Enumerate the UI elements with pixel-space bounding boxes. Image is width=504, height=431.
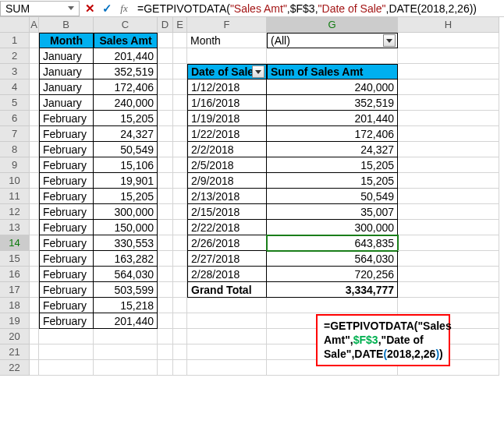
filter-value[interactable]: (All) [267, 33, 398, 48]
cell[interactable] [173, 329, 187, 344]
cell[interactable] [173, 235, 187, 251]
cell[interactable] [158, 79, 173, 95]
cell[interactable] [173, 267, 187, 282]
row-num[interactable]: 6 [0, 111, 30, 126]
pivot-header-date[interactable]: Date of Sale [187, 64, 267, 79]
cell-month[interactable]: February [39, 251, 94, 267]
row-num[interactable]: 14 [0, 235, 30, 251]
cell[interactable] [158, 329, 173, 344]
cell[interactable] [94, 344, 158, 360]
row-num[interactable]: 1 [0, 33, 30, 48]
row-num[interactable]: 8 [0, 142, 30, 157]
cell[interactable] [30, 173, 39, 189]
row-num[interactable]: 20 [0, 329, 30, 344]
cell[interactable] [30, 360, 39, 376]
pivot-date[interactable]: 2/2/2018 [187, 142, 267, 157]
cell[interactable] [173, 173, 187, 189]
pivot-sum[interactable]: 15,205 [267, 157, 398, 173]
pivot-date[interactable]: 2/22/2018 [187, 220, 267, 235]
cell[interactable] [30, 48, 39, 64]
cell[interactable] [30, 111, 39, 126]
cell[interactable] [39, 329, 94, 344]
col-A[interactable]: A [30, 17, 39, 33]
pivot-sum[interactable]: 240,000 [267, 79, 398, 95]
row-num[interactable]: 4 [0, 79, 30, 95]
cell[interactable] [173, 251, 187, 267]
cell-month[interactable]: January [39, 95, 94, 111]
cell[interactable] [173, 111, 187, 126]
cell-month[interactable]: February [39, 235, 94, 251]
cell[interactable] [158, 189, 173, 204]
cell-month[interactable]: February [39, 267, 94, 282]
cancel-button[interactable]: ✕ [81, 1, 98, 16]
cell[interactable] [158, 360, 173, 376]
cell[interactable] [158, 157, 173, 173]
pivot-sum[interactable]: 172,406 [267, 126, 398, 142]
cell[interactable] [173, 64, 187, 79]
fx-button[interactable]: fx [115, 1, 133, 16]
cell[interactable] [158, 220, 173, 235]
row-num[interactable]: 5 [0, 95, 30, 111]
row-num[interactable]: 13 [0, 220, 30, 235]
pivot-date[interactable]: 2/27/2018 [187, 251, 267, 267]
cell-salesamt[interactable]: 15,205 [94, 111, 158, 126]
cell[interactable] [398, 282, 499, 298]
cell[interactable] [173, 344, 187, 360]
cell[interactable] [30, 282, 39, 298]
cell-month[interactable]: February [39, 282, 94, 298]
cell[interactable] [30, 344, 39, 360]
pivot-date[interactable]: 2/5/2018 [187, 157, 267, 173]
cell[interactable] [398, 64, 499, 79]
row-num[interactable]: 10 [0, 173, 30, 189]
pivot-date[interactable]: 1/19/2018 [187, 111, 267, 126]
cell[interactable] [158, 95, 173, 111]
cell[interactable] [173, 157, 187, 173]
header-month[interactable]: Month [39, 33, 94, 48]
filter-dropdown-icon[interactable] [383, 34, 396, 47]
cell[interactable] [398, 235, 499, 251]
cell-salesamt[interactable]: 240,000 [94, 95, 158, 111]
cell[interactable] [94, 329, 158, 344]
cell[interactable] [398, 126, 499, 142]
cell-salesamt[interactable]: 330,553 [94, 235, 158, 251]
cell[interactable] [158, 126, 173, 142]
cell[interactable] [173, 204, 187, 220]
pivot-total-label[interactable]: Grand Total [187, 282, 267, 298]
cell[interactable] [398, 267, 499, 282]
cell[interactable] [267, 48, 398, 64]
cell[interactable] [94, 360, 158, 376]
cell[interactable] [158, 33, 173, 48]
cell[interactable] [30, 189, 39, 204]
cell[interactable] [187, 360, 267, 376]
header-salesamt[interactable]: Sales Amt [94, 33, 158, 48]
cell-month[interactable]: February [39, 173, 94, 189]
row-num[interactable]: 19 [0, 313, 30, 329]
cell[interactable] [398, 33, 499, 48]
pivot-date[interactable]: 2/9/2018 [187, 173, 267, 189]
cell[interactable] [158, 298, 173, 313]
row-num[interactable]: 15 [0, 251, 30, 267]
row-num[interactable]: 22 [0, 360, 30, 376]
cell[interactable] [158, 173, 173, 189]
name-box[interactable]: SUM [0, 1, 80, 16]
cell[interactable] [173, 298, 187, 313]
cell-salesamt[interactable]: 150,000 [94, 220, 158, 235]
col-G[interactable]: G [267, 17, 398, 33]
pivot-date[interactable]: 1/12/2018 [187, 79, 267, 95]
cell[interactable] [398, 48, 499, 64]
pivot-date[interactable]: 2/15/2018 [187, 204, 267, 220]
cell[interactable] [158, 204, 173, 220]
cell[interactable] [30, 235, 39, 251]
pivot-sum[interactable]: 15,205 [267, 173, 398, 189]
col-D[interactable]: D [158, 17, 173, 33]
col-C[interactable]: C [94, 17, 158, 33]
cell-month[interactable]: February [39, 220, 94, 235]
col-E[interactable]: E [173, 17, 187, 33]
pivot-sum[interactable]: 300,000 [267, 220, 398, 235]
col-H[interactable]: H [398, 17, 499, 33]
pivot-date[interactable]: 1/22/2018 [187, 126, 267, 142]
pivot-date[interactable]: 2/28/2018 [187, 267, 267, 282]
cell[interactable] [158, 64, 173, 79]
cell-month[interactable]: January [39, 79, 94, 95]
cell[interactable] [158, 267, 173, 282]
